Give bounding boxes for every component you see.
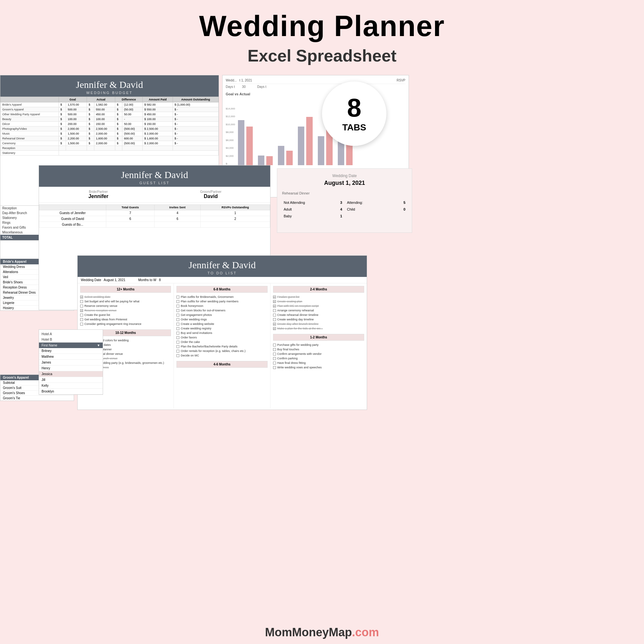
checkbox[interactable]: ✓ xyxy=(273,323,276,326)
checkbox[interactable]: ✓ xyxy=(273,305,276,308)
todo-item: Set budget and who will be paying for wh… xyxy=(80,299,171,304)
todo-item: Plan outfits for other wedding party mem… xyxy=(176,299,267,304)
todo-item: Consider getting engagement ring insuran… xyxy=(80,322,171,326)
todo-item: Reserve ceremony venue xyxy=(80,304,171,308)
checkbox[interactable] xyxy=(273,309,276,312)
table-row: Music $1,500.00 $2,000.00 $(500.00) $ 2,… xyxy=(1,131,219,136)
filter-dropdown-icon[interactable]: ▼ xyxy=(97,344,100,347)
table-row: Décor $200.00 $150.00 $50.00 $ 150.00 $ … xyxy=(1,122,219,127)
filter-row[interactable]: Kelly xyxy=(39,383,103,389)
checkbox[interactable] xyxy=(273,362,276,365)
bar-actual xyxy=(266,156,273,165)
attending-value: 5 xyxy=(403,201,405,204)
checkbox[interactable] xyxy=(176,336,179,339)
checkbox[interactable] xyxy=(80,314,83,317)
todo-col2b-header: 4-6 Months xyxy=(176,361,267,368)
checkbox[interactable]: ✓ xyxy=(80,296,83,298)
bar-group xyxy=(266,107,273,165)
groom-apparel-item: Groom's Tie xyxy=(0,396,74,401)
todo-col-2: 6-8 Months Plan outfits for Bridesmaids,… xyxy=(174,283,270,408)
todo-col2-header: 6-8 Months xyxy=(176,286,267,293)
checkbox[interactable] xyxy=(176,300,179,303)
groom-name: David xyxy=(155,194,267,199)
cat-item: Favors and Gifts xyxy=(0,225,42,230)
filter-row[interactable]: Brooklyn xyxy=(39,389,103,394)
filter-row[interactable]: Jill xyxy=(39,377,103,383)
todo-item: Order the cake xyxy=(176,340,267,344)
adult-label: Adult xyxy=(284,207,292,211)
checkbox[interactable] xyxy=(176,318,179,321)
checkbox[interactable] xyxy=(176,341,179,344)
y-axis: $14,000 $12,000 $10,000 $8,000 $6,000 $4… xyxy=(226,107,235,165)
checkbox[interactable] xyxy=(80,305,83,308)
checkbox[interactable] xyxy=(273,314,276,317)
col-paid: Amount Paid xyxy=(143,97,173,102)
todo-item: Purchase gifts for wedding party xyxy=(273,343,364,347)
todo-item: Arrange ceremony rehearsal xyxy=(273,308,364,313)
table-row: Bride's Apparel $1,570.00 $1,582.00 $(12… xyxy=(1,102,219,107)
checkbox[interactable] xyxy=(80,318,83,321)
rehearsal-dinner-label: Rehearsal Dinner xyxy=(282,191,407,195)
checkbox[interactable] xyxy=(273,357,276,360)
checkbox[interactable] xyxy=(176,296,179,298)
checkbox[interactable] xyxy=(273,366,276,369)
checkbox[interactable] xyxy=(80,300,83,303)
hotel-item: Hotel B xyxy=(42,337,100,342)
checkbox[interactable] xyxy=(176,314,179,317)
todo-col-3: 2-4 Months ✓Finalize guest list ✓Create … xyxy=(270,283,367,408)
tabs-number: 8 xyxy=(347,95,362,121)
todo-item: Create a wedding website xyxy=(176,322,267,326)
checkbox[interactable]: ✓ xyxy=(80,309,83,312)
child-value: 0 xyxy=(403,207,405,211)
guest-row: Guests of Jennifer 7 4 1 xyxy=(39,210,270,216)
todo-item: Order rentals for reception (e.g. tables… xyxy=(176,349,267,353)
checkbox[interactable] xyxy=(176,345,179,348)
todo-item: Create wedding day timeline xyxy=(273,317,364,322)
table-row: Stationery xyxy=(1,151,219,156)
checkbox[interactable] xyxy=(176,354,179,357)
filter-label: First Name xyxy=(42,344,57,347)
stats-grid: Not Attending 3 Attending: 5 Adult 4 Chi… xyxy=(282,200,407,219)
tabs-label: TABS xyxy=(342,122,366,133)
checkbox[interactable] xyxy=(176,323,179,326)
checkbox[interactable] xyxy=(273,353,276,355)
checkbox[interactable] xyxy=(176,350,179,353)
checkbox[interactable] xyxy=(176,305,179,308)
cat-item: Stationery xyxy=(0,215,42,220)
cat-item: Miscellaneous xyxy=(0,230,42,235)
todo-sheet: Jennifer & David TO DO LIST Wedding Date… xyxy=(77,255,367,410)
todo-item: Buy and send invitations xyxy=(176,331,267,335)
content-area: 8 TABS Jennifer & David WEDDING BUDGET G… xyxy=(0,75,644,639)
checkbox[interactable]: ✓ xyxy=(273,296,276,298)
bride-partner-label: Bride/Partner xyxy=(42,190,155,194)
checkbox[interactable] xyxy=(80,323,83,326)
filter-row[interactable]: Henry xyxy=(39,365,103,371)
date-info-panel: Wedding Date August 1, 2021 Rehearsal Di… xyxy=(277,168,412,233)
checkbox[interactable] xyxy=(176,332,179,335)
not-attending-label: Not Attending xyxy=(284,201,305,204)
filter-row[interactable]: Matthew xyxy=(39,354,103,360)
table-row: Ceremony $1,500.00 $2,000.00 $(500.00) $… xyxy=(1,141,219,146)
checkbox[interactable] xyxy=(176,309,179,312)
checkbox[interactable]: ✓ xyxy=(273,300,276,303)
page-title: Wedding Planner xyxy=(0,10,644,43)
cat-item: Rings xyxy=(0,220,42,225)
filter-row[interactable]: Jessica xyxy=(39,371,103,377)
checkbox[interactable]: ✓ xyxy=(273,327,276,330)
checkbox[interactable] xyxy=(176,327,179,330)
filter-row[interactable]: Britney xyxy=(39,348,103,354)
filter-row[interactable]: James xyxy=(39,360,103,365)
todo-item: Confirm parking xyxy=(273,356,364,361)
child-stat: Child 0 xyxy=(346,207,407,212)
checkbox[interactable] xyxy=(273,344,276,346)
todo-item: Order favors xyxy=(176,335,267,340)
table-row: Other Wedding Party Apparel $500.00 $450… xyxy=(1,112,219,117)
checkbox[interactable] xyxy=(273,318,276,321)
name-filter-panel: First Name ▼ Britney Matthew James Henry… xyxy=(39,342,103,395)
col-actual: Actual xyxy=(87,97,115,102)
checkbox[interactable] xyxy=(273,348,276,351)
bar-group xyxy=(246,107,253,165)
guest-col-rsvps: RSVPs Outstanding xyxy=(200,205,270,210)
bar-group xyxy=(257,107,265,165)
not-attending-stat: Not Attending 3 xyxy=(282,200,344,205)
